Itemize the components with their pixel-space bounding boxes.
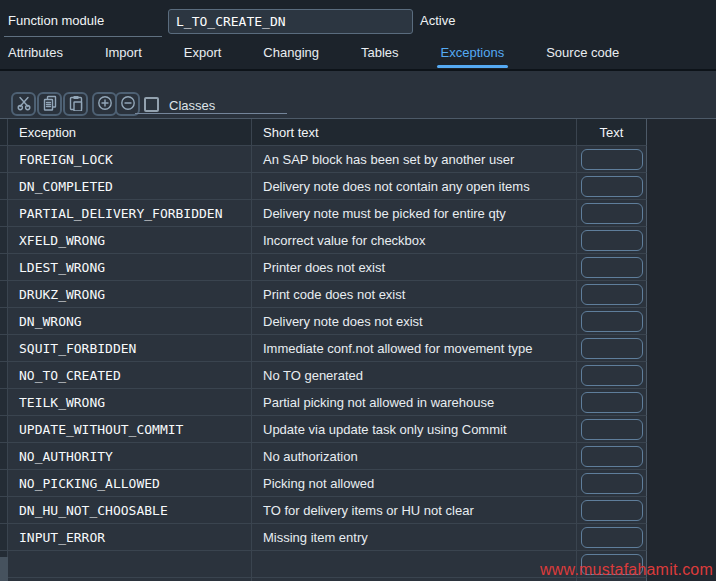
status-text: Active xyxy=(420,13,455,28)
short-text-cell[interactable] xyxy=(252,551,577,578)
text-input[interactable] xyxy=(581,446,643,467)
remove-row-icon xyxy=(120,95,136,114)
text-cell xyxy=(577,200,647,227)
row-selector[interactable] xyxy=(0,470,8,497)
exception-cell[interactable]: XFELD_WRONG xyxy=(8,227,252,254)
row-selector[interactable] xyxy=(0,524,8,551)
text-input[interactable] xyxy=(581,230,643,251)
text-input[interactable] xyxy=(581,149,643,170)
table-row: SQUIT_FORBIDDEN Immediate conf.not allow… xyxy=(0,335,716,362)
text-cell xyxy=(577,308,647,335)
exception-cell[interactable]: UPDATE_WITHOUT_COMMIT xyxy=(8,416,252,443)
function-module-name-field[interactable]: L_TO_CREATE_DN xyxy=(168,9,413,34)
text-column-header[interactable]: Text xyxy=(577,119,647,146)
text-cell xyxy=(577,497,647,524)
short-text-cell[interactable]: Immediate conf.not allowed for movement … xyxy=(252,335,577,362)
short-text-cell[interactable]: Delivery note does not contain any open … xyxy=(252,173,577,200)
exception-cell[interactable]: DN_WRONG xyxy=(8,308,252,335)
short-text-cell[interactable]: An SAP block has been set by another use… xyxy=(252,146,577,173)
exception-cell[interactable]: DN_HU_NOT_CHOOSABLE xyxy=(8,497,252,524)
classes-field-underline xyxy=(135,113,287,114)
table-row: DN_WRONG Delivery note does not exist xyxy=(0,308,716,335)
table-row: DN_COMPLETED Delivery note does not cont… xyxy=(0,173,716,200)
exception-column-header[interactable]: Exception xyxy=(8,119,252,146)
row-filler xyxy=(647,389,716,416)
short-text-cell[interactable]: Update via update task only using Commit xyxy=(252,416,577,443)
row-selector[interactable] xyxy=(0,227,8,254)
row-selector[interactable] xyxy=(0,416,8,443)
exception-cell[interactable]: NO_AUTHORITY xyxy=(8,443,252,470)
text-input[interactable] xyxy=(581,176,643,197)
row-selector[interactable] xyxy=(0,389,8,416)
row-selector[interactable] xyxy=(0,443,8,470)
short-text-cell[interactable]: No authorization xyxy=(252,443,577,470)
row-selector[interactable] xyxy=(0,146,8,173)
short-text-cell[interactable]: Delivery note must be picked for entire … xyxy=(252,200,577,227)
table-row: FOREIGN_LOCK An SAP block has been set b… xyxy=(0,146,716,173)
short-text-cell[interactable]: Incorrect value for checkbox xyxy=(252,227,577,254)
text-input[interactable] xyxy=(581,311,643,332)
short-text-cell[interactable]: Picking not allowed xyxy=(252,470,577,497)
exception-cell[interactable]: NO_TO_CREATED xyxy=(8,362,252,389)
tab-import[interactable]: Import xyxy=(105,39,142,68)
text-input[interactable] xyxy=(581,473,643,494)
row-selector[interactable] xyxy=(0,308,8,335)
copy-icon xyxy=(42,95,58,114)
exception-cell[interactable]: TEILK_WRONG xyxy=(8,389,252,416)
tab-source-code[interactable]: Source code xyxy=(546,39,619,68)
table-row: DRUKZ_WRONG Print code does not exist xyxy=(0,281,716,308)
tab-export[interactable]: Export xyxy=(184,39,222,68)
tab-changing[interactable]: Changing xyxy=(263,39,319,68)
select-all-column-header[interactable] xyxy=(0,119,8,146)
exception-cell[interactable]: PARTIAL_DELIVERY_FORBIDDEN xyxy=(8,200,252,227)
table-body: FOREIGN_LOCK An SAP block has been set b… xyxy=(0,146,716,551)
tab-exceptions[interactable]: Exceptions xyxy=(441,39,505,68)
short-text-cell[interactable]: No TO generated xyxy=(252,362,577,389)
tab-tables[interactable]: Tables xyxy=(361,39,399,68)
row-filler xyxy=(647,362,716,389)
short-text-column-header[interactable]: Short text xyxy=(252,119,577,146)
exception-cell[interactable]: FOREIGN_LOCK xyxy=(8,146,252,173)
row-selector[interactable] xyxy=(0,173,8,200)
text-input[interactable] xyxy=(581,365,643,386)
table-row: PARTIAL_DELIVERY_FORBIDDEN Delivery note… xyxy=(0,200,716,227)
cut-button[interactable] xyxy=(11,92,36,116)
text-input[interactable] xyxy=(581,338,643,359)
row-filler xyxy=(647,470,716,497)
table-row: NO_TO_CREATED No TO generated xyxy=(0,362,716,389)
exception-cell[interactable]: DN_COMPLETED xyxy=(8,173,252,200)
text-input[interactable] xyxy=(581,527,643,548)
text-input[interactable] xyxy=(581,392,643,413)
text-input[interactable] xyxy=(581,284,643,305)
text-input[interactable] xyxy=(581,257,643,278)
short-text-cell[interactable]: Missing item entry xyxy=(252,524,577,551)
exception-cell[interactable] xyxy=(8,551,252,578)
short-text-cell[interactable]: Print code does not exist xyxy=(252,281,577,308)
exception-cell[interactable]: SQUIT_FORBIDDEN xyxy=(8,335,252,362)
vertical-scrollbar-thumb[interactable] xyxy=(0,557,8,581)
exception-cell[interactable]: LDEST_WRONG xyxy=(8,254,252,281)
row-selector[interactable] xyxy=(0,335,8,362)
short-text-cell[interactable]: Delivery note does not exist xyxy=(252,308,577,335)
exception-cell[interactable]: DRUKZ_WRONG xyxy=(8,281,252,308)
text-input[interactable] xyxy=(581,203,643,224)
exception-cell[interactable]: NO_PICKING_ALLOWED xyxy=(8,470,252,497)
tab-attributes[interactable]: Attributes xyxy=(8,39,63,68)
classes-checkbox[interactable] xyxy=(144,97,159,112)
row-selector[interactable] xyxy=(0,200,8,227)
exception-cell[interactable]: INPUT_ERROR xyxy=(8,524,252,551)
text-input[interactable] xyxy=(581,500,643,521)
row-selector[interactable] xyxy=(0,497,8,524)
add-row-button[interactable] xyxy=(92,92,117,116)
paste-button[interactable] xyxy=(63,92,88,116)
short-text-cell[interactable]: Printer does not exist xyxy=(252,254,577,281)
row-selector[interactable] xyxy=(0,254,8,281)
row-selector[interactable] xyxy=(0,281,8,308)
short-text-cell[interactable]: Partial picking not allowed in warehouse xyxy=(252,389,577,416)
text-input[interactable] xyxy=(581,419,643,440)
row-selector[interactable] xyxy=(0,362,8,389)
short-text-cell[interactable]: TO for delivery items or HU not clear xyxy=(252,497,577,524)
copy-button[interactable] xyxy=(37,92,62,116)
table-row: TEILK_WRONG Partial picking not allowed … xyxy=(0,389,716,416)
row-filler xyxy=(647,497,716,524)
